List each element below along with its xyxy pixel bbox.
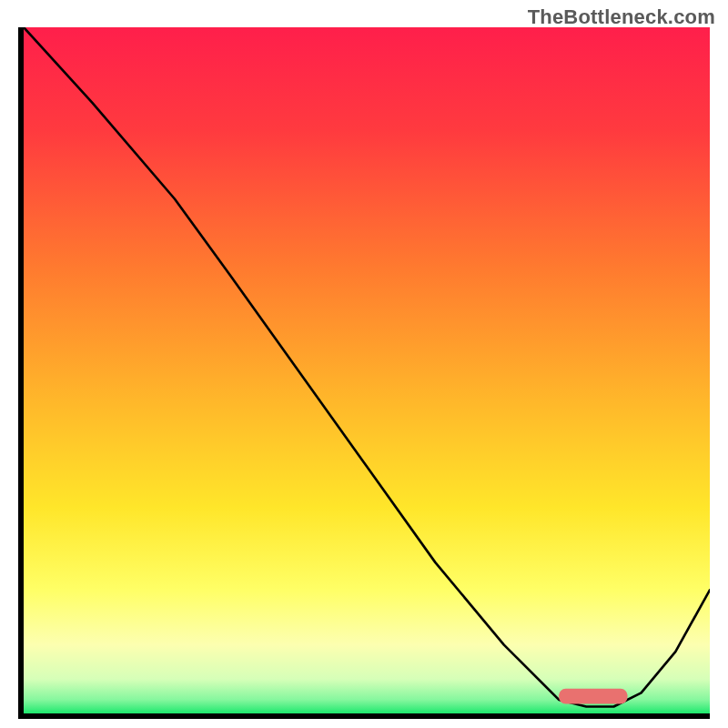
- svg-rect-1: [559, 689, 627, 704]
- watermark-text: TheBottleneck.com: [528, 5, 715, 29]
- plot-frame: [18, 27, 710, 719]
- chart-container: TheBottleneck.com: [0, 0, 728, 728]
- optimal-marker: [24, 27, 710, 713]
- plot-area: [24, 27, 710, 713]
